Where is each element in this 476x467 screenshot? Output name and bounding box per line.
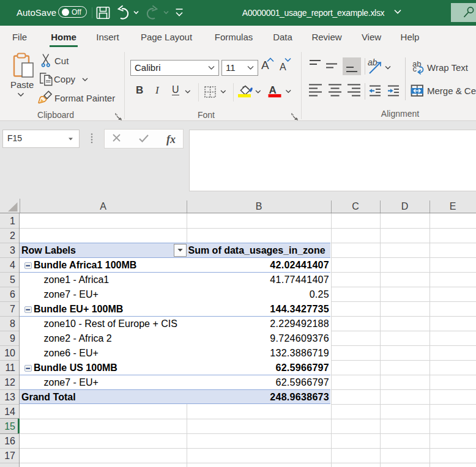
svg-text:A: A [269, 84, 277, 96]
svg-text:ab: ab [368, 57, 377, 67]
svg-text:c: c [413, 64, 417, 73]
svg-text:fx: fx [166, 133, 176, 145]
